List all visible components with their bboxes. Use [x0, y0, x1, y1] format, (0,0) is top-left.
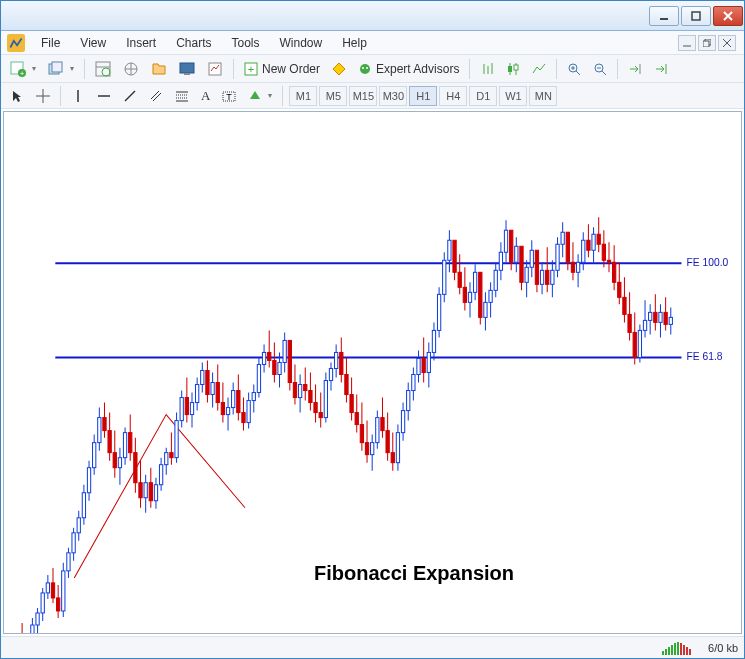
- cursor-button[interactable]: [5, 85, 29, 107]
- menu-file[interactable]: File: [31, 34, 70, 52]
- menu-bar: FileViewInsertChartsToolsWindowHelp: [1, 31, 744, 55]
- svg-rect-293: [602, 244, 605, 260]
- svg-text:T: T: [227, 92, 233, 102]
- meta-button[interactable]: [327, 58, 351, 80]
- vertical-line-icon: [71, 89, 85, 103]
- svg-rect-117: [149, 483, 152, 501]
- svg-rect-251: [494, 270, 497, 290]
- svg-rect-271: [546, 270, 549, 284]
- auto-scroll-button[interactable]: [649, 58, 673, 80]
- mdi-minimize-button[interactable]: [678, 35, 696, 51]
- horizontal-line-button[interactable]: [92, 85, 116, 107]
- svg-rect-295: [607, 260, 610, 262]
- svg-rect-215: [401, 411, 404, 433]
- svg-rect-131: [185, 398, 188, 415]
- menu-charts[interactable]: Charts: [166, 34, 221, 52]
- shapes-icon: [248, 89, 262, 103]
- text-label-button[interactable]: T: [217, 85, 241, 107]
- svg-rect-281: [571, 262, 574, 272]
- terminal-button[interactable]: [174, 58, 200, 80]
- svg-rect-107: [123, 433, 126, 458]
- mdi-close-button[interactable]: [718, 35, 736, 51]
- svg-rect-303: [628, 314, 631, 332]
- timeframe-h1-button[interactable]: H1: [409, 86, 437, 106]
- timeframe-m1-button[interactable]: M1: [289, 86, 317, 106]
- data-window-button[interactable]: [118, 58, 144, 80]
- menu-tools[interactable]: Tools: [222, 34, 270, 52]
- trend-line-icon: [123, 89, 137, 103]
- vertical-line-button[interactable]: [66, 85, 90, 107]
- crosshair-button[interactable]: [31, 85, 55, 107]
- chart-annotation-title: Fibonacci Expansion: [314, 562, 514, 585]
- svg-rect-261: [520, 246, 523, 282]
- svg-rect-199: [360, 425, 363, 443]
- mdi-restore-button[interactable]: [698, 35, 716, 51]
- timeframe-m15-button[interactable]: M15: [349, 86, 377, 106]
- svg-rect-197: [355, 413, 358, 425]
- menu-view[interactable]: View: [70, 34, 116, 52]
- expert-advisors-button[interactable]: Expert Advisors: [353, 58, 464, 80]
- bar-chart-button[interactable]: [475, 58, 499, 80]
- timeframe-m5-button[interactable]: M5: [319, 86, 347, 106]
- svg-text:FE 61.8: FE 61.8: [687, 352, 723, 363]
- timeframe-h4-button[interactable]: H4: [439, 86, 467, 106]
- zoom-in-icon: [567, 62, 581, 76]
- candlestick-icon: [506, 62, 520, 76]
- terminal-icon: [179, 61, 195, 77]
- menu-window[interactable]: Window: [270, 34, 333, 52]
- profiles-button[interactable]: ▾: [43, 58, 79, 80]
- svg-rect-85: [67, 553, 70, 571]
- bar-chart-icon: [480, 62, 494, 76]
- market-watch-icon: [95, 61, 111, 77]
- svg-rect-135: [196, 385, 199, 403]
- svg-rect-275: [556, 244, 559, 270]
- svg-rect-141: [211, 383, 214, 395]
- equidistant-channel-button[interactable]: [144, 85, 168, 107]
- svg-rect-119: [154, 485, 157, 501]
- candlestick-button[interactable]: [501, 58, 525, 80]
- timeframe-m30-button[interactable]: M30: [379, 86, 407, 106]
- svg-rect-145: [221, 403, 224, 415]
- menu-insert[interactable]: Insert: [116, 34, 166, 52]
- timeframe-d1-button[interactable]: D1: [469, 86, 497, 106]
- timeframe-w1-button[interactable]: W1: [499, 86, 527, 106]
- svg-rect-319: [669, 317, 672, 324]
- svg-rect-169: [283, 340, 286, 362]
- text-button[interactable]: A: [196, 85, 215, 107]
- svg-line-50: [151, 91, 159, 99]
- svg-rect-263: [525, 267, 528, 282]
- svg-rect-201: [365, 443, 368, 455]
- svg-rect-33: [508, 66, 512, 72]
- svg-line-41: [602, 71, 606, 75]
- zoom-in-button[interactable]: [562, 58, 586, 80]
- svg-rect-103: [113, 453, 116, 468]
- maximize-button[interactable]: [681, 6, 711, 26]
- svg-text:+: +: [248, 63, 254, 75]
- new-order-button[interactable]: +New Order: [239, 58, 325, 80]
- minimize-button[interactable]: [649, 6, 679, 26]
- menu-help[interactable]: Help: [332, 34, 377, 52]
- svg-rect-79: [51, 583, 54, 598]
- svg-rect-167: [278, 362, 281, 374]
- timeframe-mn-button[interactable]: MN: [529, 86, 557, 106]
- shapes-button[interactable]: ▾: [243, 85, 277, 107]
- navigator-button[interactable]: [146, 58, 172, 80]
- zoom-out-button[interactable]: [588, 58, 612, 80]
- svg-rect-277: [561, 232, 564, 244]
- text-icon: A: [201, 88, 210, 104]
- new-order-label: New Order: [262, 62, 320, 76]
- line-chart-button[interactable]: [527, 58, 551, 80]
- svg-line-3: [724, 12, 732, 20]
- strategy-tester-button[interactable]: [202, 58, 228, 80]
- close-button[interactable]: [713, 6, 743, 26]
- trend-line-button[interactable]: [118, 85, 142, 107]
- chart-area[interactable]: FE 100.0FE 61.8 Fibonacci Expansion: [3, 111, 742, 634]
- minimize-icon: [683, 39, 691, 47]
- fibonacci-button[interactable]: [170, 85, 194, 107]
- new-chart-button[interactable]: +▾: [5, 58, 41, 80]
- drawing-toolbar: A T ▾ M1M5M15M30H1H4D1W1MN: [1, 83, 744, 109]
- svg-rect-175: [298, 385, 301, 398]
- market-watch-button[interactable]: [90, 58, 116, 80]
- svg-rect-253: [499, 252, 502, 270]
- chart-shift-button[interactable]: [623, 58, 647, 80]
